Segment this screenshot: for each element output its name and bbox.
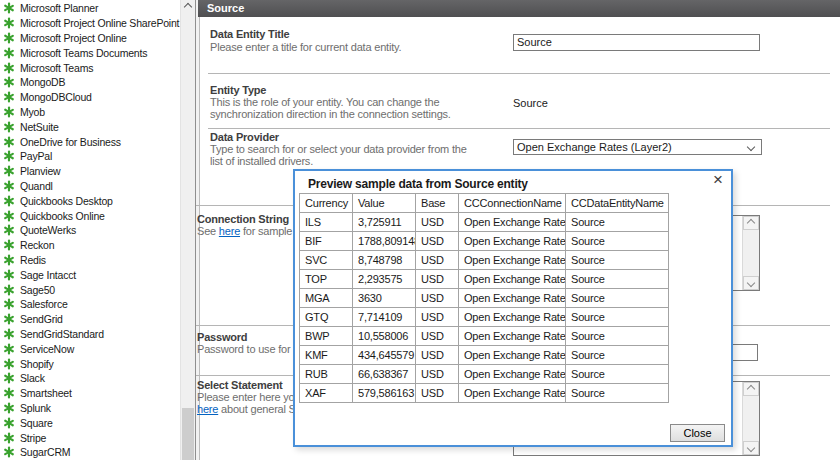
table-cell[interactable]: Open Exchange Rates (459, 384, 566, 403)
table-cell[interactable]: Source (566, 251, 669, 270)
table-cell[interactable]: Open Exchange Rates (459, 346, 566, 365)
scroll-up-button[interactable] (743, 382, 759, 396)
scroll-down-button[interactable] (743, 276, 759, 290)
table-cell[interactable]: Source (566, 289, 669, 308)
sidebar-item-onedrive-for-business[interactable]: OneDrive for Business (0, 134, 180, 149)
sidebar-item-sendgrid[interactable]: SendGrid (0, 312, 180, 327)
table-cell[interactable]: Open Exchange Rates (459, 308, 566, 327)
sidebar-item-reckon[interactable]: Reckon (0, 238, 180, 253)
close-icon[interactable]: × (709, 171, 727, 189)
column-header[interactable]: Currency (300, 194, 353, 213)
table-cell[interactable]: Open Exchange Rates (459, 289, 566, 308)
sidebar-item-square[interactable]: Square (0, 415, 180, 430)
table-cell[interactable]: 7,714109 (353, 308, 416, 327)
table-cell[interactable]: Source (566, 365, 669, 384)
table-cell[interactable]: Open Exchange Rates (459, 213, 566, 232)
table-cell[interactable]: Source (566, 327, 669, 346)
table-cell[interactable]: GTQ (300, 308, 353, 327)
sidebar-item-planview[interactable]: Planview (0, 164, 180, 179)
table-cell[interactable]: USD (416, 251, 459, 270)
sidebar-item-sugarcrm[interactable]: SugarCRM (0, 445, 180, 460)
column-header[interactable]: CCConnectionName (459, 194, 566, 213)
table-cell[interactable]: USD (416, 270, 459, 289)
sidebar-item-microsoft-teams[interactable]: Microsoft Teams (0, 60, 180, 75)
table-cell[interactable]: Open Exchange Rates (459, 327, 566, 346)
table-cell[interactable]: Open Exchange Rates (459, 232, 566, 251)
data-entity-title-input[interactable]: Source (513, 34, 760, 51)
column-header[interactable]: Value (353, 194, 416, 213)
here-link[interactable]: here (197, 403, 218, 415)
table-cell[interactable]: Source (566, 213, 669, 232)
table-cell[interactable]: 1788,809148 (353, 232, 416, 251)
textarea-scrollbar[interactable] (742, 382, 759, 455)
sidebar-item-sage-intacct[interactable]: Sage Intacct (0, 267, 180, 282)
table-cell[interactable]: XAF (300, 384, 353, 403)
sidebar-item-paypal[interactable]: PayPal (0, 149, 180, 164)
table-cell[interactable]: Source (566, 384, 669, 403)
table-cell[interactable]: 3,725911 (353, 213, 416, 232)
table-cell[interactable]: USD (416, 365, 459, 384)
sidebar-item-microsoft-project-online[interactable]: Microsoft Project Online (0, 31, 180, 46)
table-cell[interactable]: SVC (300, 251, 353, 270)
table-cell[interactable]: 10,558006 (353, 327, 416, 346)
table-cell[interactable]: 2,293575 (353, 270, 416, 289)
table-cell[interactable]: RUB (300, 365, 353, 384)
table-cell[interactable]: USD (416, 384, 459, 403)
table-cell[interactable]: USD (416, 346, 459, 365)
textarea-scrollbar[interactable] (742, 216, 759, 290)
sidebar-item-quandl[interactable]: Quandl (0, 179, 180, 194)
scroll-down-button[interactable] (743, 441, 759, 455)
table-cell[interactable]: Open Exchange Rates (459, 270, 566, 289)
sidebar-item-redis[interactable]: Redis (0, 253, 180, 268)
table-cell[interactable]: BIF (300, 232, 353, 251)
table-cell[interactable]: Source (566, 270, 669, 289)
sidebar-item-quotewerks[interactable]: QuoteWerks (0, 223, 180, 238)
table-cell[interactable]: USD (416, 327, 459, 346)
table-cell[interactable]: Open Exchange Rates (459, 365, 566, 384)
table-cell[interactable]: 579,586163 (353, 384, 416, 403)
sidebar-scrollbar-thumb[interactable] (182, 408, 194, 460)
table-cell[interactable]: USD (416, 289, 459, 308)
table-cell[interactable]: USD (416, 308, 459, 327)
table-cell[interactable]: 434,645579 (353, 346, 416, 365)
table-cell[interactable]: 66,638367 (353, 365, 416, 384)
table-cell[interactable]: Source (566, 346, 669, 365)
sidebar-item-microsoft-project-online-sharepoint[interactable]: Microsoft Project Online SharePoint (0, 16, 180, 31)
here-link[interactable]: here (219, 225, 240, 237)
sidebar-scrollbar[interactable] (180, 0, 195, 460)
table-cell[interactable]: MGA (300, 289, 353, 308)
table-cell[interactable]: 3630 (353, 289, 416, 308)
sidebar-item-netsuite[interactable]: NetSuite (0, 119, 180, 134)
sidebar-item-servicenow[interactable]: ServiceNow (0, 341, 180, 356)
sidebar-item-splunk[interactable]: Splunk (0, 401, 180, 416)
sidebar-item-myob[interactable]: Myob (0, 105, 180, 120)
sidebar-item-quickbooks-desktop[interactable]: Quickbooks Desktop (0, 193, 180, 208)
sidebar-item-smartsheet[interactable]: Smartsheet (0, 386, 180, 401)
close-button[interactable]: Close (670, 424, 725, 442)
data-provider-dropdown[interactable]: Open Exchange Rates (Layer2) (513, 139, 762, 155)
sidebar-item-microsoft-planner[interactable]: Microsoft Planner (0, 1, 180, 16)
table-cell[interactable]: USD (416, 232, 459, 251)
sidebar-item-shopify[interactable]: Shopify (0, 356, 180, 371)
table-cell[interactable]: 8,748798 (353, 251, 416, 270)
sidebar-item-salesforce[interactable]: Salesforce (0, 297, 180, 312)
table-cell[interactable]: BWP (300, 327, 353, 346)
scroll-up-button[interactable] (181, 0, 195, 14)
sidebar-item-sendgridstandard[interactable]: SendGridStandard (0, 327, 180, 342)
table-cell[interactable]: Source (566, 308, 669, 327)
column-header[interactable]: Base (416, 194, 459, 213)
sidebar-item-slack[interactable]: Slack (0, 371, 180, 386)
table-cell[interactable]: Source (566, 232, 669, 251)
scroll-up-button[interactable] (743, 216, 759, 230)
sidebar-item-sage50[interactable]: Sage50 (0, 282, 180, 297)
sidebar-item-mongodb[interactable]: MongoDB (0, 75, 180, 90)
column-header[interactable]: CCDataEntityName (566, 194, 669, 213)
table-cell[interactable]: ILS (300, 213, 353, 232)
sidebar-item-stripe[interactable]: Stripe (0, 430, 180, 445)
sidebar-item-microsoft-teams-documents[interactable]: Microsoft Teams Documents (0, 45, 180, 60)
sidebar-item-quickbooks-online[interactable]: Quickbooks Online (0, 208, 180, 223)
table-cell[interactable]: TOP (300, 270, 353, 289)
sidebar-item-mongodbcloud[interactable]: MongoDBCloud (0, 90, 180, 105)
table-cell[interactable]: Open Exchange Rates (459, 251, 566, 270)
table-cell[interactable]: USD (416, 213, 459, 232)
